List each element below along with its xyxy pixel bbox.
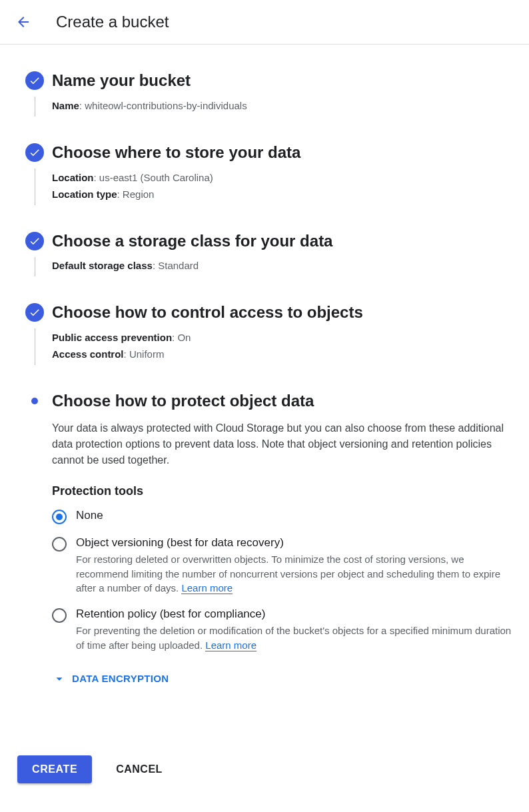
arrow-left-icon (15, 14, 31, 30)
back-button[interactable] (13, 12, 33, 32)
topbar: Create a bucket (0, 0, 529, 45)
location-label: Location (52, 172, 94, 183)
step-icon-col (17, 392, 52, 686)
name-value: whiteowl-contributions-by-individuals (85, 100, 247, 111)
checkmark-icon (25, 71, 44, 90)
step-title: Choose how to protect object data (52, 392, 512, 411)
expander-label: DATA ENCRYPTION (72, 673, 169, 684)
radio-dot-icon (56, 514, 63, 520)
step-name-bucket[interactable]: Name your bucket Name: whiteowl-contribu… (17, 71, 512, 117)
name-kv: Name: whiteowl-contributions-by-individu… (52, 100, 512, 111)
content: Name your bucket Name: whiteowl-contribu… (0, 45, 529, 729)
storage-class-kv: Default storage class: Standard (52, 260, 512, 271)
step-icon-col (17, 303, 52, 365)
step-body: Choose a storage class for your data Def… (52, 232, 512, 277)
step-connector (35, 257, 35, 277)
pap-kv: Public access prevention: On (52, 332, 512, 343)
step-connector (35, 328, 35, 365)
radio-label: None (76, 509, 512, 522)
step-body: Choose how to control access to objects … (52, 303, 512, 365)
radio-body: Retention policy (best for compliance) F… (76, 608, 512, 653)
cancel-button[interactable]: CANCEL (116, 763, 163, 775)
current-step-dot-icon (31, 398, 38, 404)
step-connector (35, 169, 35, 205)
radio-button-icon[interactable] (52, 537, 67, 552)
step-icon-col (17, 143, 52, 205)
step-location[interactable]: Choose where to store your data Location… (17, 143, 512, 205)
checkmark-icon (25, 303, 44, 322)
help-text: For restoring deleted or overwritten obj… (76, 554, 500, 594)
learn-more-link[interactable]: Learn more (181, 582, 233, 594)
step-icon-col (17, 71, 52, 117)
radio-none[interactable]: None (52, 509, 512, 524)
location-value: us-east1 (South Carolina) (99, 172, 213, 183)
checkmark-icon (25, 232, 44, 250)
page-title: Create a bucket (56, 13, 169, 31)
help-text: For preventing the deletion or modificat… (76, 625, 511, 651)
step-title: Choose how to control access to objects (52, 303, 512, 322)
storage-class-value: Standard (158, 260, 199, 271)
step-title: Name your bucket (52, 71, 512, 91)
location-type-value: Region (123, 189, 155, 200)
chevron-down-icon (52, 671, 67, 686)
protect-description: Your data is always protected with Cloud… (52, 420, 512, 468)
location-type-kv: Location type: Region (52, 189, 512, 200)
radio-help: For preventing the deletion or modificat… (76, 623, 512, 653)
radio-retention-policy[interactable]: Retention policy (best for compliance) F… (52, 608, 512, 653)
pap-value: On (177, 332, 191, 343)
pap-label: Public access prevention (52, 332, 172, 343)
protection-tools-heading: Protection tools (52, 484, 512, 498)
location-kv: Location: us-east1 (South Carolina) (52, 172, 512, 183)
location-type-label: Location type (52, 189, 117, 200)
step-icon-col (17, 232, 52, 277)
radio-object-versioning[interactable]: Object versioning (best for data recover… (52, 536, 512, 596)
ac-kv: Access control: Uniform (52, 348, 512, 360)
footer-actions: CREATE CANCEL (0, 755, 529, 810)
step-body: Name your bucket Name: whiteowl-contribu… (52, 71, 512, 117)
step-body: Choose how to protect object data Your d… (52, 392, 512, 686)
step-storage-class[interactable]: Choose a storage class for your data Def… (17, 232, 512, 277)
radio-body: None (76, 509, 512, 522)
step-title: Choose a storage class for your data (52, 232, 512, 251)
checkmark-icon (25, 143, 44, 162)
learn-more-link[interactable]: Learn more (205, 639, 257, 651)
radio-label: Object versioning (best for data recover… (76, 536, 512, 550)
step-access-control[interactable]: Choose how to control access to objects … (17, 303, 512, 365)
radio-button-icon[interactable] (52, 608, 67, 623)
name-label: Name (52, 100, 79, 111)
storage-class-label: Default storage class (52, 260, 153, 271)
radio-button-icon[interactable] (52, 510, 67, 524)
step-connector (35, 97, 35, 117)
radio-body: Object versioning (best for data recover… (76, 536, 512, 596)
step-protect-data: Choose how to protect object data Your d… (17, 392, 512, 686)
ac-value: Uniform (129, 348, 165, 360)
step-body: Choose where to store your data Location… (52, 143, 512, 205)
step-title: Choose where to store your data (52, 143, 512, 163)
data-encryption-expander[interactable]: DATA ENCRYPTION (52, 671, 512, 686)
create-button[interactable]: CREATE (17, 755, 92, 783)
radio-label: Retention policy (best for compliance) (76, 608, 512, 621)
radio-help: For restoring deleted or overwritten obj… (76, 552, 512, 596)
ac-label: Access control (52, 348, 124, 360)
